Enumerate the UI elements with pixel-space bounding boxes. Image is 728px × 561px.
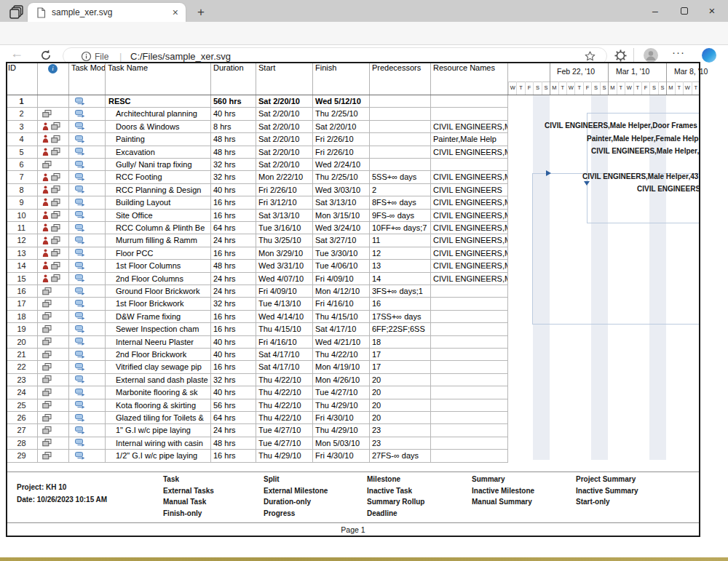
week-label: Feb 22, '10 bbox=[557, 67, 595, 76]
day-letter: S bbox=[658, 81, 666, 95]
table-row: 24Marbonite flooring & sk40 hrsThu 4/22/… bbox=[6, 386, 508, 399]
cell-finish: Fri 4/16/10 bbox=[313, 298, 370, 310]
day-letter: W bbox=[683, 81, 691, 95]
cell-task-mode bbox=[69, 424, 106, 437]
cell-indicators bbox=[38, 108, 69, 120]
cell-start: Thu 3/25/10 bbox=[256, 234, 313, 247]
cell-resource-names: CIVIL ENGINEERS,M bbox=[431, 273, 508, 285]
cell-indicators bbox=[38, 298, 69, 310]
cell-indicators bbox=[38, 222, 69, 234]
cell-finish: Thu 4/22/10 bbox=[313, 349, 370, 361]
cell-resource-names: CIVIL ENGINEERS,M bbox=[431, 222, 508, 234]
table-row: 5Excavation48 hrsSat 2/20/10Fri 2/26/10C… bbox=[6, 146, 508, 159]
day-letter: W bbox=[508, 81, 516, 95]
cell-finish: Fri 4/30/10 bbox=[313, 412, 370, 424]
window-minimize-button[interactable]: – bbox=[644, 3, 666, 19]
table-row: 11RCC Column & Plinth Be64 hrsTue 3/16/1… bbox=[6, 222, 508, 234]
cell-start: Sat 2/20/10 bbox=[256, 159, 313, 171]
cell-id: 24 bbox=[6, 386, 38, 399]
profile-avatar[interactable] bbox=[644, 48, 658, 63]
overallocated-person-icon bbox=[42, 261, 49, 270]
cell-task-name: Murrum filling & Ramm bbox=[106, 234, 211, 247]
cell-task-name: Kota flooring & skirting bbox=[106, 399, 211, 412]
browser-titlebar: sample_xer.svg × + – × bbox=[0, 0, 728, 22]
cell-finish: Thu 4/29/10 bbox=[313, 424, 370, 437]
header-finish: Finish bbox=[313, 62, 370, 95]
cell-task-name: Sewer Inspection cham bbox=[106, 323, 211, 335]
cell-id: 5 bbox=[6, 146, 38, 159]
legend-item: Manual Task bbox=[163, 498, 206, 506]
extensions-icon[interactable] bbox=[614, 49, 628, 63]
task-mode-icon bbox=[75, 351, 85, 359]
task-mode-icon bbox=[75, 262, 85, 270]
day-letter: F bbox=[583, 81, 591, 95]
header-resource-names: Resource Names bbox=[431, 62, 508, 95]
cell-duration: 48 hrs bbox=[211, 437, 256, 450]
cell-indicators bbox=[38, 196, 69, 209]
cell-task-mode bbox=[69, 222, 106, 234]
cell-indicators bbox=[38, 386, 69, 399]
day-letter: M bbox=[608, 81, 616, 95]
overallocated-person-icon bbox=[42, 122, 49, 131]
workspaces-icon[interactable] bbox=[7, 3, 28, 20]
cell-finish: Thu 4/29/10 bbox=[313, 399, 370, 412]
task-mode-icon bbox=[75, 325, 85, 333]
back-icon[interactable]: ← bbox=[10, 46, 23, 61]
cell-duration: 8 hrs bbox=[211, 121, 256, 133]
legend-item: Task bbox=[163, 475, 179, 483]
day-letter: T bbox=[558, 81, 566, 95]
cell-task-name: RCC Planning & Design bbox=[106, 184, 211, 196]
page-info-icon[interactable] bbox=[81, 51, 92, 62]
cell-id: 12 bbox=[6, 234, 38, 247]
cell-predecessors: 6FF;22SF;6SS bbox=[370, 323, 431, 335]
assignment-layers-icon bbox=[42, 363, 52, 371]
tab-close-icon[interactable]: × bbox=[173, 7, 178, 18]
cell-id: 27 bbox=[6, 424, 38, 437]
assignment-layers-icon bbox=[51, 249, 60, 257]
cell-predecessors: 14 bbox=[370, 273, 431, 285]
cell-task-mode bbox=[69, 412, 106, 424]
cell-indicators bbox=[38, 336, 69, 349]
cell-task-name: RCC Footing bbox=[106, 171, 211, 183]
cell-start: Thu 4/22/10 bbox=[256, 412, 313, 424]
cell-resource-names: CIVIL ENGINEERS,M bbox=[431, 171, 508, 183]
day-letter: S bbox=[591, 81, 599, 95]
settings-menu-icon[interactable]: ··· bbox=[672, 46, 685, 58]
cell-predecessors: 17 bbox=[370, 361, 431, 373]
window-maximize-button[interactable] bbox=[673, 3, 695, 19]
table-row: 171st Floor Brickwork32 hrsTue 4/13/10Fr… bbox=[6, 298, 508, 310]
day-letter: S bbox=[649, 81, 657, 95]
cell-id: 1 bbox=[6, 95, 38, 108]
cell-predecessors: 2 bbox=[370, 184, 431, 196]
new-tab-button[interactable]: + bbox=[192, 4, 210, 21]
assignment-layers-icon bbox=[42, 401, 52, 409]
header-task-name: Task Name bbox=[106, 62, 211, 95]
cell-resource-names: CIVIL ENGINEERS,M bbox=[431, 146, 508, 159]
cell-task-mode bbox=[69, 386, 106, 399]
cell-finish: Sat 3/13/10 bbox=[313, 196, 370, 209]
window-close-button[interactable]: × bbox=[701, 3, 723, 19]
cell-indicators bbox=[38, 159, 69, 171]
task-mode-icon bbox=[75, 363, 85, 371]
assignment-layers-icon bbox=[42, 452, 52, 460]
header-start: Start bbox=[256, 62, 313, 95]
assignment-layers-icon bbox=[42, 375, 52, 383]
cell-finish: Mon 4/12/10 bbox=[313, 285, 370, 298]
cell-task-name: Vitrified clay sewage pip bbox=[106, 361, 211, 373]
browser-tab[interactable]: sample_xer.svg × bbox=[28, 3, 186, 22]
cell-finish: Tue 4/06/10 bbox=[313, 260, 370, 272]
header-duration: Duration bbox=[211, 62, 256, 95]
legend-item: Progress bbox=[264, 509, 295, 517]
cell-duration: 64 hrs bbox=[211, 222, 256, 234]
toolbar-divider bbox=[633, 48, 634, 63]
task-mode-icon bbox=[75, 300, 85, 308]
header-task-mode: Task Mode bbox=[69, 62, 106, 95]
overallocated-person-icon bbox=[42, 236, 49, 245]
cell-id: 23 bbox=[6, 374, 38, 386]
cell-resource-names bbox=[431, 450, 508, 462]
copilot-icon[interactable] bbox=[702, 48, 716, 63]
favorite-star-icon[interactable] bbox=[584, 50, 596, 63]
url-text[interactable]: C:/Files/sample_xer.svg bbox=[130, 51, 231, 62]
header-indicators: i bbox=[38, 62, 69, 95]
refresh-icon[interactable] bbox=[39, 49, 52, 62]
